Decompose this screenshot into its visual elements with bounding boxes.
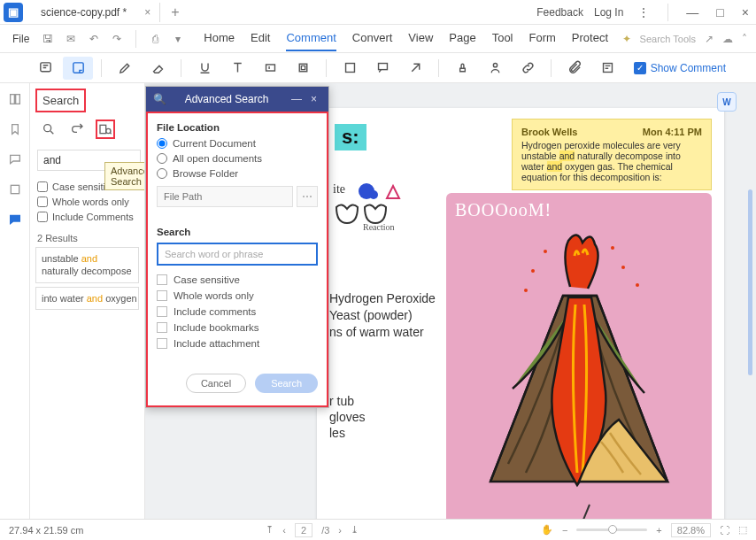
reaction-label: Reaction [363,222,395,232]
more-icon[interactable]: ⋮ [634,5,653,19]
advanced-search-input[interactable] [157,243,318,266]
svg-point-13 [106,128,111,133]
mail-icon[interactable]: ✉ [63,31,79,47]
page-number-input[interactable]: 2 [295,523,312,537]
thumbnails-panel-button[interactable] [4,89,26,110]
show-comment-toggle[interactable]: ✓ Show Comment [634,62,726,74]
link-tool[interactable] [513,57,543,80]
browse-button[interactable]: ⋯ [297,186,318,207]
attachments-panel-button[interactable] [4,179,26,200]
replace-icon[interactable] [67,120,87,139]
adv-include-comments[interactable]: Include comments [157,306,318,317]
all-open-docs-radio[interactable]: All open documents [157,153,318,164]
sticky-note-tool[interactable] [63,57,93,80]
prev-page-button[interactable]: ‹ [282,525,286,536]
signature-tool[interactable] [480,57,510,80]
redo-icon[interactable]: ↷ [109,31,125,47]
adv-case-sensitive[interactable]: Case sensitive [157,274,318,285]
search-result[interactable]: unstable and naturally decompose [35,247,139,283]
callout-tool[interactable] [367,57,397,80]
highlighter-tool[interactable] [110,57,140,80]
basic-search-icon[interactable] [39,120,58,139]
zoom-slider[interactable] [576,528,647,531]
eraser-tool[interactable] [143,57,173,80]
adv-whole-words[interactable]: Whole words only [157,290,318,301]
file-menu[interactable]: File [9,33,33,45]
cloud-icon[interactable]: ☁ [722,33,733,45]
tab-protect[interactable]: Protect [572,26,608,51]
note-tool[interactable] [30,57,60,80]
underline-tool[interactable] [189,57,220,80]
minimize-button[interactable]: — [683,5,702,19]
close-dialog-button[interactable]: × [306,93,321,105]
tab-form[interactable]: Form [529,26,556,51]
comment-author: Brook Wells [521,127,577,137]
bookmarks-panel-button[interactable] [4,119,26,140]
stamp-tool[interactable] [447,57,477,80]
undo-icon[interactable]: ↶ [86,31,102,47]
feedback-link[interactable]: Feedback [536,6,583,19]
share-icon[interactable]: ↗ [705,33,714,45]
fullscreen-button[interactable]: ⬚ [738,524,747,536]
browse-folder-radio[interactable]: Browse Folder [157,168,318,179]
tab-convert[interactable]: Convert [352,26,393,51]
dialog-titlebar[interactable]: 🔍 Advanced Search — × [146,87,328,112]
search-result[interactable]: into water and oxygen ga [35,287,139,310]
adv-include-bookmarks[interactable]: Include bookmarks [157,322,318,333]
dropdown-icon[interactable]: ▾ [170,31,186,47]
svg-point-22 [524,289,528,292]
save-icon[interactable]: 🖫 [40,31,56,47]
print-icon[interactable]: ⎙ [147,31,163,47]
chemical-icons: ite Reaction [329,179,436,235]
search-panel-button[interactable] [4,209,26,230]
text-tool[interactable] [222,57,252,80]
advanced-search-dialog: 🔍 Advanced Search — × File Location Curr… [145,86,329,408]
word-badge[interactable]: W [717,92,737,112]
tab-page[interactable]: Page [449,26,475,51]
advanced-search-icon[interactable] [96,120,115,139]
close-window-button[interactable]: × [738,5,752,19]
tab-home[interactable]: Home [204,26,235,51]
whole-words-option[interactable]: Whole words only [37,197,137,207]
tab-view[interactable]: View [408,26,433,51]
tab-comment[interactable]: Comment [286,26,336,51]
close-tab-icon[interactable]: × [144,6,150,19]
zoom-in-button[interactable]: + [656,525,661,536]
comments-list-tool[interactable] [592,57,622,80]
scrollbar[interactable] [748,189,752,375]
svg-point-18 [611,246,614,250]
hand-tool-icon[interactable]: ✋ [541,524,553,536]
shape-tool[interactable] [335,57,365,80]
zoom-level[interactable]: 82.8% [671,523,711,537]
comments-panel-button[interactable] [4,149,26,170]
next-page-button[interactable]: › [338,525,342,536]
chevron-up-icon[interactable]: ˄ [742,33,747,45]
first-page-button[interactable]: ⤒ [266,524,274,536]
login-link[interactable]: Log In [594,6,623,19]
search-tools-field[interactable]: Search Tools [640,34,696,44]
tab-edit[interactable]: Edit [251,26,270,51]
document-tab[interactable]: science-copy.pdf * × [32,3,160,22]
tab-tool[interactable]: Tool [492,26,513,51]
include-comments-option[interactable]: Include Comments [37,212,137,222]
wand-icon[interactable]: ✦ [622,33,631,45]
search-button[interactable]: Search [255,374,318,393]
minimize-dialog-button[interactable]: — [287,93,306,105]
last-page-button[interactable]: ⤓ [351,524,359,536]
file-path-input[interactable] [157,186,293,207]
svg-point-11 [44,125,51,132]
boom-text: BOOOooM! [455,200,552,220]
maximize-button[interactable]: □ [713,5,727,19]
new-tab-button[interactable]: + [171,4,179,20]
measure-tool[interactable] [400,57,430,80]
attachment-tool[interactable] [559,57,590,80]
comment-annotation[interactable]: Brook Wells Mon 4:11 PM Hydrogen peroxid… [512,119,712,190]
adv-include-attachment[interactable]: Include attachment [157,338,318,349]
zoom-out-button[interactable]: − [562,525,567,536]
current-document-radio[interactable]: Current Document [157,138,318,149]
textbox-tool[interactable] [255,57,285,80]
fit-width-button[interactable]: ⛶ [720,525,729,536]
cancel-button[interactable]: Cancel [186,374,246,393]
area-highlight-tool[interactable] [288,57,318,80]
equipment-text: r tub gloves les [329,393,365,442]
